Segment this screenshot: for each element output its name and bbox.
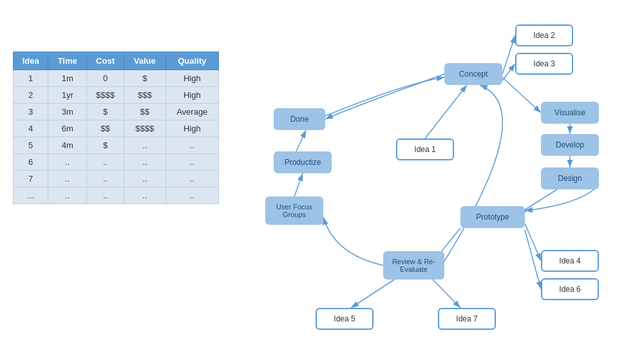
node-idea6: Idea 6 bbox=[541, 278, 599, 300]
table-row: 6........ bbox=[14, 154, 219, 171]
node-concept: Concept bbox=[444, 63, 502, 85]
col-time: Time bbox=[48, 52, 87, 70]
node-idea3: Idea 3 bbox=[515, 53, 573, 75]
node-develop: Develop bbox=[541, 134, 599, 156]
table-row: 11m0$High bbox=[14, 70, 219, 87]
node-prototype: Prototype bbox=[460, 206, 525, 228]
diagram-section: Idea 2 Idea 3 Concept Done Visualise Ide… bbox=[232, 13, 631, 361]
col-value: Value bbox=[124, 52, 166, 70]
table-section: Idea Time Cost Value Quality 11m0$High21… bbox=[13, 52, 219, 204]
node-visualise: Visualise bbox=[541, 102, 599, 124]
table-row: 46m$$$$$$High bbox=[14, 120, 219, 137]
node-idea5: Idea 5 bbox=[316, 308, 374, 330]
col-quality: Quality bbox=[166, 52, 218, 70]
node-idea4: Idea 4 bbox=[541, 250, 599, 272]
col-idea: Idea bbox=[14, 52, 48, 70]
node-design: Design bbox=[541, 167, 599, 189]
node-idea7: Idea 7 bbox=[438, 308, 496, 330]
node-review: Review & Re-Evaluate bbox=[383, 251, 444, 280]
node-done: Done bbox=[274, 108, 325, 130]
node-user-focus: User Focus Groups bbox=[265, 196, 323, 225]
node-idea1: Idea 1 bbox=[396, 138, 454, 160]
ideas-table: Idea Time Cost Value Quality 11m0$High21… bbox=[13, 52, 219, 204]
table-row: 7........ bbox=[14, 171, 219, 187]
main-container: Idea Time Cost Value Quality 11m0$High21… bbox=[0, 0, 644, 362]
table-row: 21yr$$$$$$$High bbox=[14, 87, 219, 104]
col-cost: Cost bbox=[86, 52, 124, 70]
node-idea2: Idea 2 bbox=[515, 24, 573, 46]
table-row: 33m$$$Average bbox=[14, 104, 219, 120]
node-productize: Productize bbox=[274, 151, 332, 173]
table-row: ........... bbox=[14, 187, 219, 204]
table-row: 54m$.... bbox=[14, 137, 219, 154]
